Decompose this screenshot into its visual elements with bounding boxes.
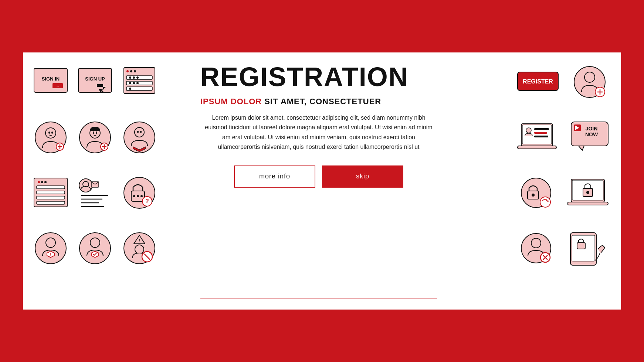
svg-rect-46 [37,196,65,199]
svg-point-17 [136,76,139,79]
svg-point-41 [38,181,40,183]
svg-point-20 [136,82,139,84]
svg-point-39 [140,131,142,133]
svg-rect-86 [534,136,548,137]
svg-point-76 [584,72,595,82]
svg-text:→: → [56,84,60,88]
svg-point-62 [35,233,66,264]
laptop-form-icon [514,112,562,163]
add-user-icon [566,56,614,108]
bracket-bl [21,298,35,311]
svg-point-63 [46,238,55,247]
tablet-unlock-icon [566,222,614,274]
password-question-icon: ? [119,167,160,219]
svg-rect-82 [518,146,556,149]
svg-rect-47 [37,201,65,204]
svg-point-37 [135,127,144,137]
security-lock-refresh-icon [514,167,562,219]
svg-point-24 [48,132,50,134]
profile-lines-icon [75,167,115,219]
svg-point-38 [137,131,139,133]
svg-point-95 [532,194,535,197]
svg-point-16 [133,76,135,79]
user-ribbon-icon [119,112,160,163]
svg-rect-45 [37,191,65,194]
subtitle-red: IPSUM DOLOR [200,97,262,106]
svg-point-15 [129,76,131,79]
svg-text:SIGN IN: SIGN IN [42,76,60,82]
sign-in-icon: SIGN IN → [30,56,71,108]
svg-point-65 [79,233,111,264]
svg-point-9 [126,70,129,72]
svg-rect-84 [534,128,549,130]
female-user-icon [75,112,115,163]
svg-text:!: ! [50,253,51,257]
svg-rect-85 [534,132,547,134]
body-text: Lorem ipsum dolor sit amet, consectetuer… [200,113,437,152]
join-now-icon: JOIN NOW [566,112,614,163]
svg-point-31 [93,132,94,134]
svg-text:SIGN UP: SIGN UP [85,76,105,82]
svg-text:REGISTER: REGISTER [523,78,553,85]
svg-point-83 [526,128,531,133]
svg-point-59 [140,195,143,197]
svg-text:?: ? [145,198,149,204]
user-denied-icon [514,222,562,274]
right-icon-grid: REGISTER [514,56,614,274]
svg-point-21 [129,88,131,90]
form-list-icon [30,167,71,219]
svg-point-70 [135,245,144,254]
svg-rect-109 [577,243,585,249]
subtitle-black: SIT AMET, CONSECTETUER [264,97,381,106]
svg-point-58 [137,195,139,197]
svg-point-11 [134,70,136,72]
svg-text:!: ! [139,238,140,243]
svg-point-42 [41,181,43,183]
page-title: REGISTRATION [200,64,437,90]
male-user-icon [30,112,71,163]
svg-point-103 [531,238,541,248]
svg-point-32 [96,132,97,134]
svg-point-66 [90,238,100,247]
laptop-lock-icon [566,167,614,219]
svg-point-101 [586,191,589,194]
sign-up-icon: SIGN UP [75,56,115,108]
subtitle: IPSUM DOLOR SIT AMET, CONSECTETUER [200,97,437,106]
form-fields-icon [119,56,160,108]
main-card: SIGN IN → SIGN UP [22,52,622,310]
security-user-icon: ! [30,222,71,274]
left-icon-grid: SIGN IN → SIGN UP [30,56,160,274]
svg-point-57 [133,195,135,197]
bracket-br [609,298,623,311]
svg-text:NOW: NOW [585,132,598,137]
svg-point-19 [133,82,135,84]
svg-point-25 [51,132,53,134]
svg-point-18 [129,82,131,84]
center-content: REGISTRATION IPSUM DOLOR SIT AMET, CONSE… [200,64,437,188]
user-blocked-icon: ! [119,222,160,274]
skip-button[interactable]: skip [322,165,403,188]
user-shield-check-icon [75,222,115,274]
register-button-icon: REGISTER [514,56,562,108]
svg-rect-44 [37,186,65,189]
svg-marker-92 [579,146,584,150]
bottom-divider [200,298,437,298]
svg-point-10 [130,70,132,72]
svg-point-23 [45,128,56,138]
svg-point-96 [540,197,550,207]
svg-point-43 [44,181,47,183]
svg-rect-99 [567,202,608,205]
svg-text:JOIN: JOIN [586,126,598,132]
more-info-button[interactable]: more info [234,165,315,188]
button-row: more info skip [200,165,437,188]
